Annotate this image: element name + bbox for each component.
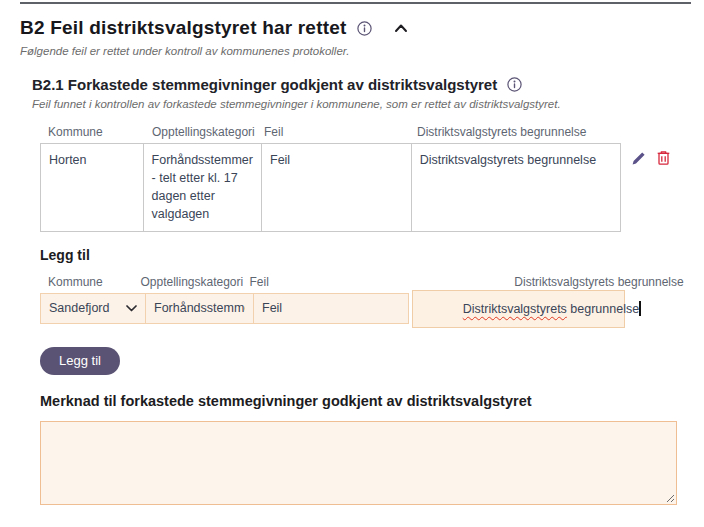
edit-button[interactable]	[631, 150, 647, 166]
text-caret	[639, 301, 640, 316]
subsection: B2.1 Forkastede stemmegivninger godkjent…	[32, 76, 691, 505]
collapse-chevron-up-icon[interactable]	[394, 23, 408, 33]
trash-icon	[656, 150, 671, 166]
row-actions	[631, 150, 672, 166]
add-form-row: Sandefjord Distriktsvalgstyrets begrunne…	[40, 293, 691, 328]
cell-begrunnelse: Distriktsvalgstyrets begrunnelse	[411, 144, 620, 232]
subsection-title: B2.1 Forkastede stemmegivninger godkjent…	[32, 76, 497, 93]
column-header-feil: Feil	[256, 125, 409, 139]
cell-kommune: Horten	[41, 144, 144, 232]
begrunnelse-input-value-misspelled: Distriktsvalgstyrets	[463, 302, 567, 316]
table-row: Horten Forhåndsstemmer - telt etter kl. …	[41, 144, 621, 232]
errors-table: Horten Forhåndsstemmer - telt etter kl. …	[40, 143, 621, 232]
column-header-opptellingskategori: Opptellingskategori	[144, 125, 256, 139]
page: B2 Feil distriktsvalgstyret har rettet F…	[0, 2, 704, 505]
delete-button[interactable]	[656, 150, 672, 166]
merknad-title: Merknad til forkastede stemmegivninger g…	[40, 393, 691, 409]
section-title: B2 Feil distriktsvalgstyret har rettet	[20, 17, 347, 39]
begrunnelse-input-value-rest: begrunnelse	[567, 302, 639, 316]
opptellingskategori-input[interactable]	[145, 293, 254, 324]
cell-feil: Feil	[262, 144, 412, 232]
table-row-wrap: Horten Forhåndsstemmer - telt etter kl. …	[40, 143, 691, 232]
add-button[interactable]: Legg til	[40, 347, 120, 375]
kommune-select[interactable]: Sandefjord	[40, 293, 146, 324]
feil-input[interactable]	[253, 293, 409, 324]
column-header-begrunnelse: Distriktsvalgstyrets begrunnelse	[409, 125, 621, 139]
cell-opptellingskategori: Forhåndsstemmer - telt etter kl. 17 dage…	[143, 144, 261, 232]
subsection-header: B2.1 Forkastede stemmegivninger godkjent…	[32, 76, 691, 93]
pencil-icon	[631, 150, 647, 166]
section-header: B2 Feil distriktsvalgstyret har rettet	[20, 17, 691, 39]
top-divider	[20, 2, 691, 4]
subsection-content: Kommune Opptellingskategori Feil Distrik…	[40, 125, 691, 505]
chevron-down-icon	[126, 305, 137, 312]
subsection-description: Feil funnet i kontrollen av forkastede s…	[32, 98, 691, 110]
column-header-kommune: Kommune	[40, 125, 144, 139]
section-description: Følgende feil er rettet under kontroll a…	[20, 45, 691, 57]
table-header-row: Kommune Opptellingskategori Feil Distrik…	[40, 125, 691, 139]
resize-handle-icon[interactable]	[665, 493, 675, 503]
label-kommune: Kommune	[40, 275, 132, 289]
info-icon[interactable]	[357, 21, 372, 36]
kommune-select-value: Sandefjord	[49, 301, 109, 315]
info-icon[interactable]	[507, 77, 522, 92]
merknad-wrap	[40, 421, 677, 505]
add-section-title: Legg til	[40, 247, 691, 263]
begrunnelse-input[interactable]: Distriktsvalgstyrets begrunnelse	[412, 290, 625, 328]
label-opptellingskategori: Opptellingskategori	[132, 275, 241, 289]
merknad-textarea[interactable]	[40, 421, 677, 505]
